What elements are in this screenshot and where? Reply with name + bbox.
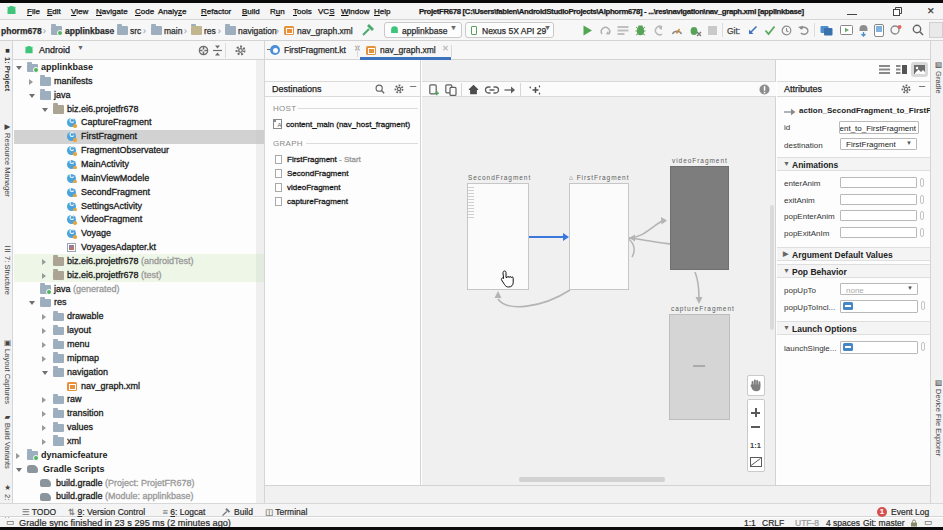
svg-text:A: A xyxy=(278,122,282,128)
